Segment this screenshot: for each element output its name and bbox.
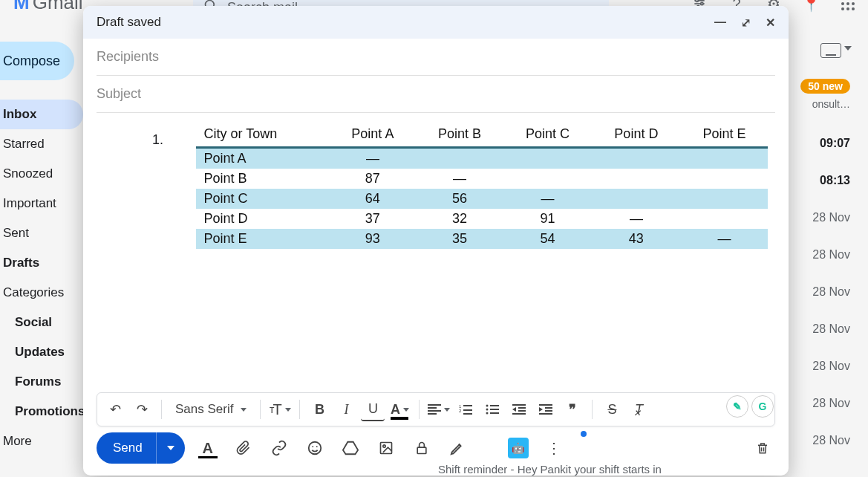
snippet-tail: onsult…	[812, 98, 850, 110]
italic-button[interactable]: I	[334, 398, 358, 421]
grammarly-pen-icon[interactable]: ✎	[726, 395, 748, 418]
compose-button[interactable]: Compose	[0, 42, 74, 80]
bold-button[interactable]: B	[307, 398, 331, 421]
table-cell: 37	[330, 209, 416, 229]
recipients-field[interactable]: Recipients	[97, 39, 775, 76]
table-header: Point E	[681, 122, 769, 148]
grammarly-widget[interactable]: ✎ G	[726, 395, 774, 418]
table-cell: —	[681, 229, 769, 249]
svg-marker-36	[343, 442, 358, 455]
strikethrough-button[interactable]: S	[600, 398, 624, 421]
send-more-button[interactable]	[156, 432, 185, 464]
sidebar-nav: InboxStarredSnoozedImportantSentDraftsCa…	[0, 100, 83, 456]
table-cell: —	[592, 209, 680, 229]
sidebar-item-categories[interactable]: Categories	[0, 278, 83, 308]
sidebar-item-starred[interactable]: Starred	[0, 129, 83, 159]
table-header-row: City or TownPoint APoint BPoint CPoint D…	[196, 122, 768, 148]
insert-link-button[interactable]	[267, 435, 292, 461]
indent-less-button[interactable]	[507, 398, 531, 421]
text-color-button[interactable]: A	[388, 398, 411, 421]
table-cell: 87	[330, 169, 416, 189]
svg-rect-39	[417, 447, 426, 453]
table-cell: —	[503, 189, 592, 209]
table-cell: 43	[592, 229, 680, 249]
table-cell	[681, 148, 769, 169]
undo-button[interactable]: ↶	[103, 398, 127, 421]
insert-image-button[interactable]	[373, 435, 399, 461]
grammarly-g-icon[interactable]: G	[751, 395, 774, 418]
keyboard-icon[interactable]	[820, 43, 841, 58]
table-cell: 56	[416, 189, 503, 209]
table-cell: 64	[330, 189, 416, 209]
underline-button[interactable]: U	[361, 398, 385, 421]
sidebar-item-snoozed[interactable]: Snoozed	[0, 159, 83, 189]
insert-signature-button[interactable]	[445, 435, 470, 461]
sidebar-item-inbox[interactable]: Inbox	[0, 100, 83, 129]
table-cell	[681, 189, 769, 209]
more-options-button[interactable]: ⋮	[541, 435, 567, 461]
table-cell	[681, 169, 769, 189]
keyboard-caret-icon[interactable]	[844, 46, 852, 51]
sidebar-item-more[interactable]: More	[0, 426, 83, 456]
apps-icon[interactable]	[840, 0, 856, 12]
send-button[interactable]: Send	[97, 432, 185, 464]
table-cell	[592, 189, 680, 209]
formatting-options-button[interactable]: A	[195, 435, 221, 461]
svg-text:2: 2	[459, 409, 462, 413]
table-cell	[416, 148, 503, 169]
table-header: City or Town	[196, 122, 329, 148]
svg-rect-37	[380, 443, 391, 454]
send-row: Send A 🤖 ⋮	[83, 432, 789, 476]
redo-button[interactable]: ↷	[130, 398, 154, 421]
sidebar-item-forums[interactable]: Forums	[0, 367, 83, 397]
sidebar-item-promotions[interactable]: Promotions	[0, 397, 83, 426]
table-row: Point D373291—	[196, 209, 768, 229]
svg-point-6	[701, 2, 703, 4]
font-select[interactable]: Sans Serif	[169, 402, 252, 417]
table-cell: —	[330, 148, 416, 169]
table-cell: Point A	[196, 148, 329, 169]
sidebar-item-social[interactable]: Social	[0, 308, 83, 337]
svg-marker-32	[539, 407, 543, 412]
confidential-mode-button[interactable]	[409, 435, 434, 461]
discard-draft-button[interactable]	[750, 435, 775, 461]
table-cell: Point B	[196, 169, 329, 189]
bulleted-list-button[interactable]	[480, 398, 504, 421]
bot-extension-button[interactable]: 🤖	[506, 435, 531, 461]
table-cell: Point C	[196, 189, 329, 209]
location-icon[interactable]: 📍	[803, 0, 819, 12]
table-row: Point C6456—	[196, 189, 768, 209]
notification-dot-icon	[581, 431, 587, 437]
popout-button[interactable]: ⤢	[741, 16, 751, 30]
table-cell: 35	[416, 229, 503, 249]
table-header: Point C	[503, 122, 592, 148]
insert-drive-button[interactable]	[338, 435, 363, 461]
numbered-list-button[interactable]: 12	[454, 398, 477, 421]
new-badge: 50 new	[800, 79, 850, 94]
compose-body[interactable]: 1. City or TownPoint APoint BPoint CPoin…	[83, 113, 789, 392]
subject-field[interactable]: Subject	[97, 76, 775, 113]
attach-file-button[interactable]	[231, 435, 256, 461]
indent-more-button[interactable]	[534, 398, 558, 421]
table-cell: 32	[416, 209, 503, 229]
sidebar-item-important[interactable]: Important	[0, 189, 83, 218]
align-button[interactable]	[427, 398, 451, 421]
minimize-button[interactable]: —	[714, 16, 726, 30]
sidebar-item-drafts[interactable]: Drafts	[0, 248, 83, 278]
sidebar-item-updates[interactable]: Updates	[0, 337, 83, 367]
table-row: Point B87—	[196, 169, 768, 189]
distance-table: City or TownPoint APoint BPoint CPoint D…	[196, 122, 768, 249]
close-button[interactable]: ✕	[766, 16, 775, 30]
insert-emoji-button[interactable]	[302, 435, 327, 461]
table-cell	[592, 169, 680, 189]
gmail-logo: MGmail	[13, 0, 83, 14]
quote-button[interactable]: ❞	[561, 398, 584, 421]
font-size-button[interactable]: тT	[268, 398, 292, 421]
formatting-toolbar: ↶ ↷ Sans Serif тT B I U A 12 ❞ S	[97, 392, 775, 426]
inbox-row-peek[interactable]: Shift reminder - Hey Pankit your shift s…	[438, 463, 662, 476]
remove-formatting-button[interactable]: T✕	[627, 398, 650, 421]
svg-point-38	[383, 445, 385, 447]
svg-point-17	[486, 405, 489, 407]
table-header: Point B	[416, 122, 503, 148]
sidebar-item-sent[interactable]: Sent	[0, 218, 83, 248]
